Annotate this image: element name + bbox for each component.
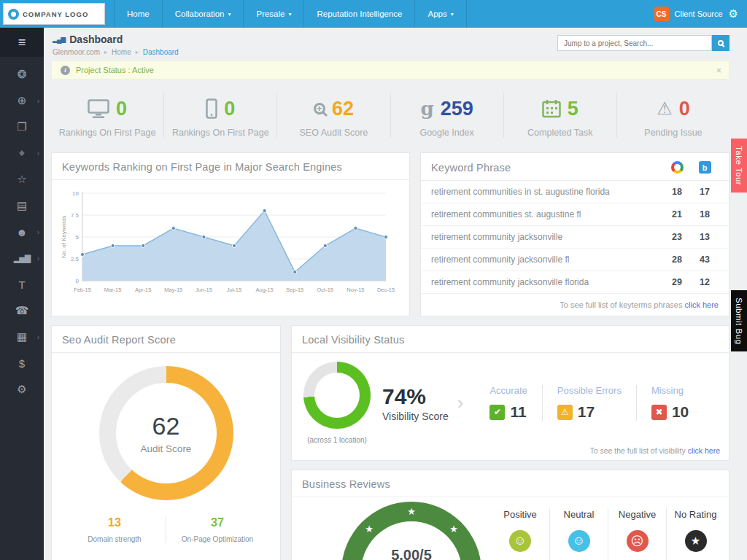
keyword-phrase: retirement communities st. augustine fl	[431, 209, 663, 219]
stat-value: 0	[679, 99, 690, 119]
phone-icon: ☎	[15, 304, 29, 317]
star-icon: ★	[363, 524, 375, 535]
audit-metrics: 13 Domain strength 37 On-Page Optimizati…	[63, 516, 268, 543]
visibility-footer: To see the full list of visibility click…	[589, 446, 720, 455]
sidebar-item-dashboard[interactable]: ❂	[0, 61, 44, 88]
local-visibility-card: Local Visibility Status (across 1 locati…	[291, 325, 729, 461]
svg-text:Dec-15: Dec-15	[377, 287, 395, 293]
chevron-right-icon: ›	[37, 97, 39, 105]
sidebar-item-seo-tools[interactable]: ⊕›	[0, 88, 44, 114]
stat-value: 259	[441, 99, 473, 119]
svg-text:Jun-15: Jun-15	[196, 287, 212, 293]
sidebar-item-analytics[interactable]: ▂▅▇›	[0, 245, 44, 271]
sidebar-item-favorites[interactable]: ☆	[0, 166, 44, 192]
globe-icon: ⊕	[18, 94, 27, 107]
cross-icon: ✖	[651, 405, 667, 420]
star-icon: ★	[685, 530, 707, 552]
search-input[interactable]	[557, 35, 712, 51]
top-navbar: COMPANY LOGO Home Collaboration▾ Presale…	[0, 0, 747, 28]
sidebar-item-search[interactable]: ⌖›	[0, 140, 44, 166]
keyterms-click-here-link[interactable]: click here	[685, 300, 719, 309]
nav-item-home[interactable]: Home	[114, 0, 162, 28]
magnifier-plus-icon	[314, 103, 325, 114]
status-alert: i Project Status : Active ×	[51, 61, 729, 79]
card-title: Business Reviews	[302, 478, 390, 490]
breadcrumb-project[interactable]: Glenmoor.com	[53, 48, 100, 56]
svg-text:Nov-15: Nov-15	[347, 287, 364, 293]
sidebar-item-text-tools[interactable]: T	[0, 271, 44, 298]
svg-text:Sep-15: Sep-15	[286, 287, 303, 293]
chevron-right-icon: ›	[457, 392, 464, 414]
nav-item-reputation-intelligence[interactable]: Reputation Intelligence	[303, 0, 414, 28]
metric-label: On-Page Optimization	[166, 535, 268, 543]
google-rank: 18	[663, 187, 691, 197]
smiley-positive-icon: ☺	[509, 530, 531, 552]
keyword-phrase: retirement communities in st. augustine …	[431, 187, 663, 197]
client-source-badge[interactable]: CS	[654, 7, 669, 21]
svg-text:7.5: 7.5	[71, 212, 80, 219]
stat-label: Missing	[651, 385, 689, 396]
nav-item-apps[interactable]: Apps▾	[414, 0, 466, 28]
mobile-icon	[206, 98, 217, 119]
stat-label: SEO Audit Score	[280, 128, 387, 138]
visibility-stats: Accurate ✔ 11 Possible Errors ⚠ 17	[475, 385, 703, 421]
stat-value: 5	[568, 99, 578, 119]
accurate-stat: Accurate ✔ 11	[475, 385, 541, 421]
breadcrumb-home[interactable]: Home	[112, 48, 131, 56]
audit-score-label: Audit Score	[141, 443, 192, 454]
check-icon: ✔	[489, 405, 505, 420]
bing-rank: 13	[691, 232, 719, 242]
search-button[interactable]	[712, 35, 729, 51]
footer-text: To see full list of keyterms phrases	[560, 300, 682, 309]
audit-donut: 62 Audit Score	[99, 366, 233, 500]
info-icon: i	[61, 66, 70, 75]
chevron-down-icon: ▾	[451, 11, 454, 18]
sidebar-menu-toggle[interactable]: ≡	[0, 28, 44, 57]
star-icon: ★	[448, 524, 460, 535]
sidebar-item-modules[interactable]: ▦›	[0, 324, 44, 350]
keyword-phrase-card: Keyword Phrase b retirement communities …	[420, 152, 729, 316]
star-icon: ☆	[17, 173, 26, 186]
client-source-label[interactable]: Client Source	[675, 9, 723, 18]
sidebar-item-billing[interactable]: $	[0, 350, 44, 376]
stat-label: Google Index	[394, 128, 500, 138]
visibility-click-here-link[interactable]: click here	[688, 446, 720, 455]
sidebar-item-settings[interactable]: ⚙	[0, 376, 44, 402]
users-icon: ☻	[16, 226, 28, 238]
gear-icon[interactable]: ⚙	[729, 7, 738, 20]
close-icon[interactable]: ×	[716, 65, 721, 76]
nav-item-presale[interactable]: Presale▾	[243, 0, 303, 28]
company-logo[interactable]: COMPANY LOGO	[3, 3, 105, 25]
sidebar-item-users[interactable]: ☻›	[0, 219, 44, 245]
svg-text:Apr-15: Apr-15	[135, 287, 152, 293]
visibility-score-label: Visibility Score	[382, 411, 449, 422]
nav-item-collaboration[interactable]: Collaboration▾	[162, 0, 244, 28]
chevron-down-icon: ▾	[288, 11, 291, 18]
stat-label: Possible Errors	[557, 385, 622, 396]
svg-text:Mar-15: Mar-15	[104, 287, 122, 293]
onpage-optimization-metric: 37 On-Page Optimization	[166, 516, 268, 543]
stat-completed-task: 5 Completed Task	[504, 93, 617, 138]
domain-strength-metric: 13 Domain strength	[63, 516, 166, 543]
bing-icon: b	[699, 161, 711, 174]
chevron-right-icon: ›	[37, 254, 39, 262]
take-tour-tab[interactable]: Take Tour	[731, 139, 747, 192]
keyword-phrase: retirement community jacksonville fl	[431, 254, 663, 265]
sidebar-item-documents[interactable]: ▤	[0, 192, 44, 219]
chevron-right-icon: ›	[37, 149, 39, 158]
svg-text:Feb-15: Feb-15	[74, 287, 91, 293]
seo-audit-card: Seo Audit Report Score 62 Audit Score 13…	[51, 325, 281, 560]
gears-icon: ⚙	[17, 383, 26, 396]
sidebar-item-pages[interactable]: ❐	[0, 114, 44, 140]
google-rank: 28	[663, 254, 691, 265]
keyword-row: retirement community jacksonville florid…	[421, 271, 729, 294]
keyword-row: retirement communities in st. augustine …	[421, 181, 729, 203]
document-icon: ▤	[17, 199, 27, 212]
stat-value: 11	[510, 403, 526, 421]
sidebar-item-contact[interactable]: ☎	[0, 298, 44, 324]
submit-bug-tab[interactable]: Submit Bug	[731, 290, 747, 351]
monitor-icon	[88, 99, 109, 118]
google-rank: 29	[663, 277, 691, 287]
stat-label: Rankings On First Page	[167, 128, 274, 138]
keyword-footer: To see full list of keyterms phrases cli…	[421, 294, 729, 316]
